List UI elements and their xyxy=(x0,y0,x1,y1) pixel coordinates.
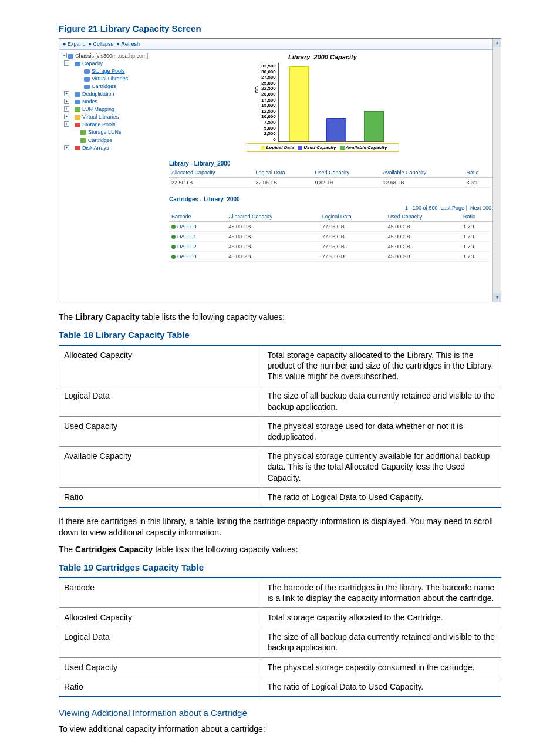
bar-available-capacity xyxy=(364,111,384,141)
table-row: Used CapacityThe physical storage capaci… xyxy=(59,657,501,677)
body-text: If there are cartridges in this library,… xyxy=(59,516,501,538)
bar-logical-data xyxy=(289,66,309,141)
legend-swatch-icon xyxy=(261,146,265,150)
figure-caption: Figure 21 Library Capacity Screen xyxy=(59,23,501,33)
expand-icon[interactable]: + xyxy=(64,91,69,96)
col-allocated: Allocated Capacity xyxy=(169,168,254,178)
table-18: Allocated CapacityTotal storage capacity… xyxy=(59,345,501,508)
screenshot-frame: ▴ ▾ ● Expand ● Collapse ● Refresh −Chass… xyxy=(59,38,501,302)
table-19-caption: Table 19 Cartridges Capacity Table xyxy=(59,562,501,572)
table-row: DA000045.00 GB77.95 GB45.00 GB1.7:1 xyxy=(169,222,494,232)
col-ratio: Ratio xyxy=(461,212,494,222)
expand-icon[interactable]: + xyxy=(64,121,69,127)
barcode-link[interactable]: DA0000 xyxy=(177,224,197,229)
lun-icon xyxy=(80,130,86,135)
table-18-caption: Table 18 Library Capacity Table xyxy=(59,330,501,340)
tree-cartridges[interactable]: Cartridges xyxy=(62,83,142,90)
server-icon xyxy=(68,54,73,59)
chart-title: Library_2000 Capacity xyxy=(151,53,494,60)
cart-icon xyxy=(84,85,90,89)
section-subheading: Viewing Additional Information about a C… xyxy=(59,708,501,718)
expand-icon[interactable]: + xyxy=(64,106,69,112)
table-row: Available CapacityThe physical storage c… xyxy=(59,447,501,488)
col-used: Used Capacity xyxy=(312,168,380,178)
col-ratio: Ratio xyxy=(464,168,494,178)
table-row: DA000145.00 GB77.95 GB45.00 GB1.7:1 xyxy=(169,232,494,242)
lun-icon xyxy=(75,107,80,112)
status-ok-icon xyxy=(171,235,176,239)
dedup-icon xyxy=(75,92,80,97)
expand-link[interactable]: ● Expand xyxy=(63,41,85,47)
col-barcode: Barcode xyxy=(169,212,226,222)
lib-icon xyxy=(75,115,80,120)
col-logical: Logical Data xyxy=(320,212,386,222)
collapse-icon[interactable]: − xyxy=(64,60,69,66)
table-row: RatioThe ratio of Logical Data to Used C… xyxy=(59,677,501,697)
cart-icon xyxy=(80,138,86,143)
table-row: BarcodeThe barcode of the cartridges in … xyxy=(59,578,501,608)
refresh-link[interactable]: ● Refresh xyxy=(116,41,139,47)
screenshot-toolbar: ● Expand ● Collapse ● Refresh xyxy=(59,39,501,50)
tree-disk-arrays[interactable]: +Disk Arrays xyxy=(62,144,142,152)
table-row: Logical DataThe size of all backup data … xyxy=(59,386,501,416)
table-row: 22.50 TB 32.06 TB 9.82 TB 12.68 TB 3.3:1 xyxy=(169,178,494,188)
library-table: Allocated Capacity Logical Data Used Cap… xyxy=(169,168,494,188)
table-row: Allocated CapacityTotal storage capacity… xyxy=(59,345,501,386)
tree-chassis[interactable]: −Chassis [vls300ml.usa.hp.com] xyxy=(62,52,142,60)
status-ok-icon xyxy=(171,255,176,259)
library-section-header: Library - Library_2000 xyxy=(169,160,494,167)
tree-deduplication[interactable]: +Deduplication xyxy=(62,90,142,98)
table-row: Used CapacityThe physical storage used f… xyxy=(59,416,501,446)
legend-swatch-icon xyxy=(340,146,345,150)
barcode-link[interactable]: DA0002 xyxy=(177,244,197,249)
cartridges-section-header: Cartridges - Library_2000 xyxy=(169,196,494,202)
table-row: Logical DataThe size of all backup data … xyxy=(59,627,501,657)
bar-used-capacity xyxy=(326,118,346,141)
tree-virtual-libraries2[interactable]: +Virtual Libraries xyxy=(62,113,142,121)
scroll-up-icon[interactable]: ▴ xyxy=(493,39,501,47)
col-used: Used Capacity xyxy=(386,212,461,222)
body-text: The Cartridges Capacity table lists the … xyxy=(59,544,501,555)
tree-storage-luns[interactable]: Storage LUNs xyxy=(62,129,142,136)
status-ok-icon xyxy=(171,225,176,229)
table-row: RatioThe ratio of Logical Data to Used C… xyxy=(59,487,501,507)
chart-y-label: GB xyxy=(254,82,259,93)
tree-storage-pools2[interactable]: +Storage Pools xyxy=(62,121,142,129)
tree-virtual-libraries[interactable]: Virtual Libraries xyxy=(62,75,142,83)
tree-cartridges2[interactable]: Cartridges xyxy=(62,137,142,144)
tree-lun-mapping[interactable]: +LUN Mapping xyxy=(62,106,142,113)
barcode-link[interactable]: DA0003 xyxy=(177,254,197,259)
pool-icon xyxy=(75,123,80,127)
chart: 32,50030,00027,50025,00022,50020,00017,5… xyxy=(151,63,494,142)
pager-range: 1 - 100 of 500 xyxy=(405,205,438,211)
collapse-icon[interactable]: − xyxy=(62,53,67,58)
cartridges-table: Barcode Allocated Capacity Logical Data … xyxy=(169,212,494,262)
nodes-icon xyxy=(75,100,80,104)
pager-next-link[interactable]: Next 100 xyxy=(470,205,491,211)
barcode-link[interactable]: DA0001 xyxy=(177,234,197,239)
expand-icon[interactable]: + xyxy=(64,114,69,119)
status-ok-icon xyxy=(171,245,176,249)
screenshot-main: Library_2000 Capacity 32,50030,00027,500… xyxy=(144,50,501,301)
collapse-link[interactable]: ● Collapse xyxy=(88,41,113,47)
body-text: To view additional capacity information … xyxy=(59,724,501,735)
pager-last-link[interactable]: Last Page xyxy=(441,205,465,211)
chart-y-axis: 32,50030,00027,50025,00022,50020,00017,5… xyxy=(261,63,278,142)
col-logical: Logical Data xyxy=(254,168,313,178)
nav-tree: −Chassis [vls300ml.usa.hp.com] −Capacity… xyxy=(59,50,144,301)
col-available: Available Capacity xyxy=(380,168,464,178)
col-allocated: Allocated Capacity xyxy=(226,212,319,222)
table-row: Allocated CapacityTotal storage capacity… xyxy=(59,608,501,627)
capacity-icon xyxy=(75,62,80,66)
body-text: The Library Capacity table lists the fol… xyxy=(59,312,501,323)
tree-nodes[interactable]: +Nodes xyxy=(62,98,142,106)
table-row: DA000345.00 GB77.95 GB45.00 GB1.7:1 xyxy=(169,252,494,262)
pager: 1 - 100 of 500 Last Page | Next 100 xyxy=(151,205,491,211)
expand-icon[interactable]: + xyxy=(64,145,69,150)
table-row: DA000245.00 GB77.95 GB45.00 GB1.7:1 xyxy=(169,242,494,252)
tree-capacity[interactable]: −Capacity xyxy=(62,60,142,67)
pool-icon xyxy=(84,69,90,74)
chart-legend: Logical Data Used Capacity Available Cap… xyxy=(247,143,399,152)
expand-icon[interactable]: + xyxy=(64,99,69,104)
tree-storage-pools[interactable]: Storage Pools xyxy=(62,67,142,75)
